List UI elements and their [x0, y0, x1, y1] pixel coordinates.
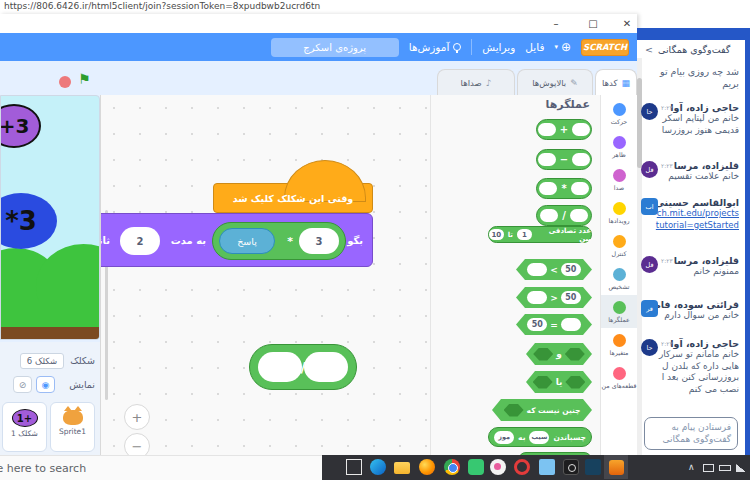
minimize-button[interactable]: – [541, 14, 571, 33]
block-equals[interactable]: = 50 [516, 314, 592, 335]
block-and[interactable]: و [526, 343, 592, 365]
category-motion[interactable]: حرکت [601, 97, 637, 130]
block-when-sprite-clicked[interactable]: وقتی این شکلک کلیک شد [213, 183, 373, 213]
language-selector[interactable]: ⊕ ▾ [554, 40, 571, 54]
sprite-name-input[interactable]: شکلک 6 [20, 353, 64, 369]
tray-monitor-icon[interactable] [703, 464, 714, 472]
boolean-slot[interactable] [504, 404, 524, 417]
random-from-input[interactable]: 1 [517, 229, 532, 240]
zoom-in-button[interactable]: + [124, 404, 150, 430]
camera-app-icon[interactable] [563, 459, 579, 475]
compare-slot[interactable] [527, 263, 547, 276]
menu-file[interactable]: فایل [525, 41, 544, 53]
edge-browser-icon[interactable] [370, 459, 386, 475]
chat-message-input[interactable]: فرستادن پیام به گفت‌وگوی همگانی [644, 417, 738, 450]
boolean-slot[interactable] [533, 376, 553, 389]
firefox-icon[interactable] [419, 459, 435, 475]
sprite-card-balloon[interactable]: +1 شکلک 1 [2, 402, 47, 452]
sprite-card-cat[interactable]: Sprite1 [50, 402, 95, 452]
stop-button[interactable] [59, 76, 71, 88]
category-events[interactable]: رویدادها [601, 196, 637, 229]
compare-value[interactable]: 50 [527, 318, 547, 331]
block-or[interactable]: یا [526, 371, 592, 393]
menu-edit[interactable]: ویرایش [482, 41, 515, 53]
boolean-slot[interactable] [565, 348, 585, 361]
chrome-icon[interactable] [444, 459, 460, 475]
block-pick-random[interactable]: عدد تصادفی بین 1 تا 10 [488, 226, 592, 243]
taskbar-search-input[interactable]: Type here to search [0, 462, 86, 475]
hide-sprite-button[interactable]: ⊘ [13, 376, 32, 393]
block-greater-than[interactable]: 50 > [516, 259, 592, 280]
green-flag-icon[interactable]: ⚑ [78, 71, 91, 87]
tray-network-icon[interactable] [736, 464, 746, 472]
url-text: https://806.6426.ir/html5client/join?ses… [4, 1, 320, 11]
block-join[interactable]: چسباندن سیب به موز [488, 427, 592, 447]
code-workspace[interactable]: وقتی این شکلک کلیک شد بگو 3 * پاسخ به مد… [100, 95, 430, 455]
block-not[interactable]: چنین نیست که [492, 399, 592, 421]
divide-operand-input[interactable] [304, 352, 348, 382]
compare-slot[interactable] [527, 291, 547, 304]
taskbar-search-area[interactable]: Type here to search [0, 455, 322, 480]
block-less-than[interactable]: 50 < [516, 287, 592, 308]
paint-app-icon[interactable] [490, 459, 506, 475]
scratch-logo[interactable]: SCRATCH [581, 39, 629, 56]
stage-sprite-times3[interactable]: *3 [0, 193, 57, 249]
operand-slot[interactable] [571, 182, 589, 195]
block-subtract[interactable]: − [536, 149, 592, 170]
compare-slot[interactable] [561, 318, 581, 331]
people-app-icon[interactable] [585, 459, 601, 475]
category-sound[interactable]: صدا [601, 163, 637, 196]
seconds-input[interactable]: 2 [120, 227, 160, 255]
block-divide[interactable]: / [536, 205, 592, 226]
file-explorer-icon[interactable] [394, 462, 410, 474]
operand-slot[interactable] [572, 123, 590, 136]
block-multiply-palette[interactable]: * [536, 178, 592, 199]
opera-browser-icon[interactable] [514, 459, 530, 475]
block-multiply[interactable]: 3 * پاسخ [212, 222, 346, 260]
browser-url-bar[interactable]: https://806.6426.ir/html5client/join?ses… [0, 0, 750, 14]
operand-slot[interactable] [538, 153, 556, 166]
block-divide-loose[interactable]: / [249, 344, 357, 390]
tab-code[interactable]: ▦ کدها [595, 69, 637, 95]
compare-value[interactable]: 50 [561, 291, 581, 304]
boolean-slot[interactable] [533, 348, 553, 361]
category-control[interactable]: کنترل [601, 229, 637, 262]
operand-slot[interactable] [539, 182, 557, 195]
tab-sounds[interactable]: ♪ صداها [437, 69, 515, 95]
random-to-input[interactable]: 10 [489, 229, 504, 240]
zoom-out-button[interactable]: − [124, 433, 150, 455]
tab-costumes[interactable]: ✎ بالاپوش‌ها [517, 69, 593, 95]
photos-app-icon[interactable] [539, 459, 555, 475]
multiply-operand-input[interactable]: 3 [299, 228, 339, 254]
tray-chevron-icon[interactable]: ∧ [688, 462, 695, 472]
divide-operand-input[interactable] [258, 352, 302, 382]
maximize-button[interactable]: □ [578, 14, 608, 33]
stage-sprite-plus3[interactable]: +3 [0, 104, 41, 148]
operand-slot[interactable] [572, 153, 590, 166]
category-looks[interactable]: ظاهر [601, 130, 637, 163]
tray-battery-icon[interactable] [719, 465, 731, 471]
join-second-input[interactable]: موز [494, 431, 514, 444]
category-myblocks[interactable]: قطعه‌های من [601, 361, 637, 394]
join-first-input[interactable]: سیب [529, 431, 549, 444]
green-app-icon[interactable] [468, 459, 484, 475]
category-operators[interactable]: عملگرها [601, 295, 637, 328]
compare-value[interactable]: 50 [561, 263, 581, 276]
project-name-input[interactable]: پروژه‌ی اسکرچ [271, 38, 399, 57]
block-say-for-seconds[interactable]: بگو 3 * پاسخ به مدت 2 ثانیه [100, 213, 373, 267]
active-app-icon[interactable] [604, 455, 628, 479]
boolean-slot[interactable] [565, 376, 585, 389]
menu-tutorials[interactable]: آموزش‌ها [409, 41, 462, 53]
operand-slot[interactable] [538, 123, 556, 136]
show-sprite-button[interactable]: ◉ [36, 376, 55, 393]
operand-slot[interactable] [570, 209, 588, 222]
chat-link[interactable]: tutorial=getStarted [637, 220, 739, 232]
category-variables[interactable]: متغیرها [601, 328, 637, 361]
sensing-dot-icon [613, 268, 626, 281]
block-add[interactable]: + [536, 119, 592, 140]
chat-back-icon[interactable]: < [645, 44, 653, 55]
block-answer[interactable]: پاسخ [219, 228, 275, 254]
category-sensing[interactable]: تشخیص [601, 262, 637, 295]
operand-slot[interactable] [540, 209, 558, 222]
task-view-icon[interactable] [346, 459, 362, 475]
